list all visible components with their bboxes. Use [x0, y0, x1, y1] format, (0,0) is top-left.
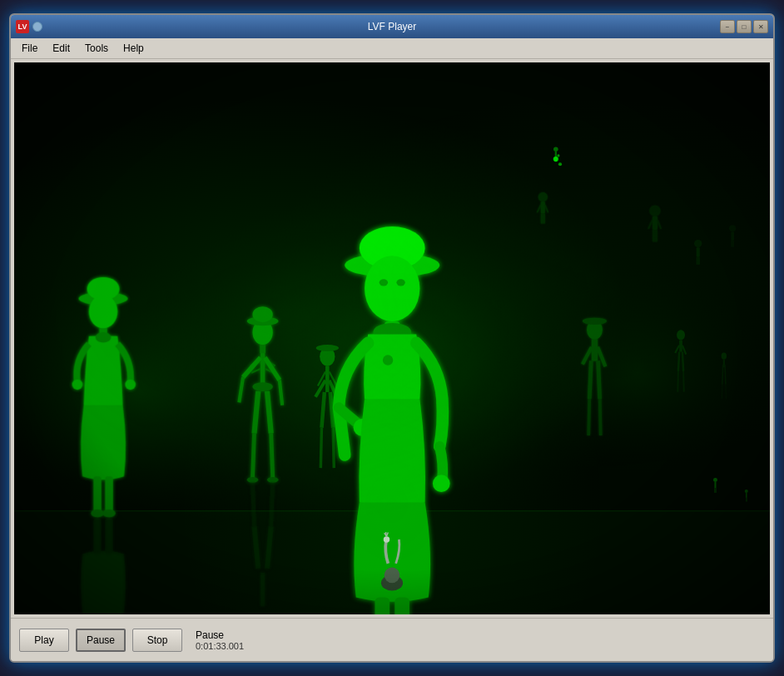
- title-bar: LV LVF Player − □ ✕: [11, 15, 773, 38]
- menu-tools[interactable]: Tools: [77, 40, 116, 57]
- status-label: Pause: [196, 629, 244, 641]
- video-viewport: [14, 62, 770, 614]
- app-icon: LV: [16, 20, 29, 33]
- menu-bar: File Edit Tools Help: [11, 38, 773, 59]
- play-button[interactable]: Play: [19, 629, 69, 652]
- window-title: LVF Player: [9, 21, 775, 32]
- controls-bar: Play Pause Stop Pause 0:01:33.001: [11, 618, 773, 661]
- restore-button[interactable]: □: [737, 20, 752, 33]
- menu-help[interactable]: Help: [116, 40, 151, 57]
- status-area: Pause 0:01:33.001: [196, 629, 244, 651]
- scene-content: [14, 62, 770, 614]
- menu-edit[interactable]: Edit: [45, 40, 77, 57]
- menu-file[interactable]: File: [14, 40, 45, 57]
- minimize-button[interactable]: −: [720, 20, 735, 33]
- close-button[interactable]: ✕: [753, 20, 768, 33]
- stop-button[interactable]: Stop: [132, 629, 182, 652]
- svg-rect-140: [14, 62, 770, 614]
- main-window: LV LVF Player − □ ✕ File Edit Tools Help: [9, 13, 775, 663]
- pause-button[interactable]: Pause: [76, 629, 126, 652]
- time-display: 0:01:33.001: [196, 641, 244, 651]
- scene-svg: [14, 62, 770, 614]
- title-bar-controls: − □ ✕: [720, 20, 768, 33]
- title-bar-left: LV: [16, 20, 42, 33]
- title-bar-dot: [32, 22, 42, 32]
